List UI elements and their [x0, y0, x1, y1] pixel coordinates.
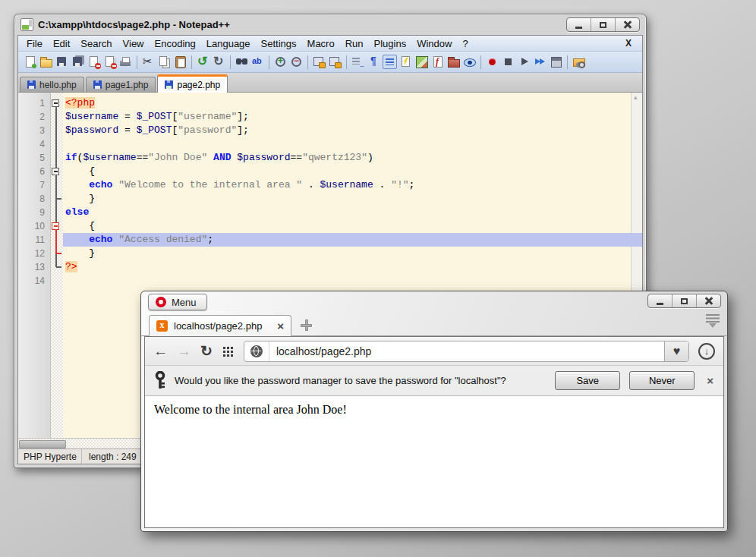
menu-item-encoding[interactable]: Encoding [150, 37, 201, 50]
close-icon[interactable] [87, 55, 101, 69]
line-number: 6 [18, 165, 50, 178]
doc-map-icon[interactable] [414, 55, 429, 69]
open-icon[interactable] [39, 55, 53, 69]
paste-icon[interactable] [173, 55, 187, 69]
code-text: { [63, 165, 642, 178]
line-number: 12 [18, 247, 50, 260]
editor-tab-page2.php[interactable]: page2.php [157, 74, 228, 93]
menu-item-run[interactable]: Run [340, 37, 369, 50]
opera-logo-icon [156, 297, 166, 307]
tab-close-button[interactable]: × [277, 320, 284, 332]
macro-play-icon[interactable] [517, 55, 531, 69]
fold-margin-cell[interactable] [50, 219, 63, 233]
macro-stop-icon[interactable] [501, 55, 515, 69]
undo-icon[interactable] [196, 55, 210, 69]
line-number: 3 [18, 124, 50, 137]
speed-dial-icon[interactable] [223, 347, 225, 349]
tab-menu-icon[interactable] [706, 314, 720, 332]
code-text: $password = $_POST["password"]; [63, 124, 642, 137]
save-icon[interactable] [55, 55, 69, 69]
minimize-button[interactable] [567, 18, 591, 31]
redo-icon[interactable] [212, 55, 226, 69]
replace-icon[interactable] [250, 55, 265, 69]
save-button[interactable]: Save [555, 371, 620, 390]
code-text [63, 274, 642, 288]
close-icon [704, 297, 713, 306]
word-wrap-icon[interactable] [383, 55, 397, 69]
line-number: 4 [18, 137, 50, 151]
menu-item-file[interactable]: File [21, 37, 48, 50]
fold-margin-cell [50, 192, 63, 206]
menu-item-settings[interactable]: Settings [256, 37, 302, 50]
copy-icon[interactable] [157, 55, 172, 69]
line-number: 8 [18, 192, 50, 206]
function-completion-icon[interactable] [398, 55, 413, 69]
reload-button[interactable] [200, 344, 213, 358]
editor-tab-page1.php[interactable]: page1.php [86, 77, 156, 92]
browser-tab[interactable]: localhost/page2.php × [149, 315, 291, 336]
save-all-icon[interactable] [71, 55, 85, 69]
menu-item-search[interactable]: Search [75, 37, 117, 50]
stacked-bars-icon [706, 314, 720, 316]
maximize-button[interactable] [672, 294, 696, 307]
sync-h-icon[interactable] [328, 55, 342, 69]
bookmark-heart-button[interactable] [664, 341, 688, 361]
menu-item-edit[interactable]: Edit [48, 37, 75, 50]
menu-item-view[interactable]: View [118, 37, 150, 50]
never-button[interactable]: Never [629, 371, 695, 390]
menu-item-macro[interactable]: Macro [302, 37, 340, 50]
find-icon[interactable] [235, 55, 249, 69]
site-badge[interactable] [244, 341, 269, 361]
fold-margin-cell[interactable] [50, 165, 63, 178]
close-all-icon[interactable] [102, 55, 117, 69]
maximize-button[interactable] [591, 18, 615, 31]
show-symbol-icon[interactable] [367, 55, 381, 69]
floppy-icon [27, 80, 36, 89]
close-button[interactable] [615, 18, 639, 31]
minimize-button[interactable] [648, 294, 672, 307]
zoom-out-icon[interactable] [289, 55, 304, 69]
editor-tab-hello.php[interactable]: hello.php [20, 77, 84, 92]
dismiss-bar-button[interactable]: × [707, 375, 713, 386]
new-tab-button[interactable] [301, 319, 312, 331]
function-list-icon[interactable] [430, 55, 445, 69]
view-eye-icon[interactable] [462, 55, 477, 69]
explorer-link-icon[interactable] [572, 55, 586, 69]
menu-item-window[interactable]: Window [411, 37, 457, 50]
macro-run-icon[interactable] [533, 55, 547, 69]
scrollbar-thumb[interactable] [19, 440, 66, 448]
fold-margin-cell [50, 178, 63, 192]
macro-save-icon[interactable] [549, 55, 563, 69]
close-icon [623, 20, 632, 30]
notepad-titlebar[interactable]: C:\xampp\htdocs\page2.php - Notepad++ [14, 14, 646, 35]
forward-button[interactable] [177, 344, 191, 358]
fold-margin-cell[interactable] [50, 96, 63, 110]
menu-item-plugins[interactable]: Plugins [369, 37, 412, 50]
macro-record-icon[interactable] [485, 55, 499, 69]
toolbar-separator [137, 55, 137, 69]
close-button[interactable] [696, 294, 720, 307]
menu-item-help[interactable]: ? [457, 37, 473, 50]
opera-menu-button[interactable]: Menu [148, 294, 207, 310]
address-bar[interactable]: localhost/page2.php [244, 341, 689, 362]
print-icon[interactable] [118, 55, 133, 69]
tab-label: page1.php [106, 80, 149, 90]
new-file-icon[interactable] [23, 55, 37, 69]
zoom-in-icon[interactable] [273, 55, 288, 69]
downloads-button[interactable] [698, 343, 715, 360]
back-button[interactable] [153, 344, 168, 358]
fold-margin-cell [50, 137, 63, 151]
cut-icon[interactable] [141, 55, 156, 69]
menu-item-language[interactable]: Language [201, 37, 256, 50]
code-text: } [63, 192, 642, 206]
tab-space-icon[interactable] [351, 55, 365, 69]
code-text: $username = $_POST["username"]; [63, 110, 642, 124]
toolbar-separator [480, 55, 481, 69]
browser-main-area: localhost/page2.php Would you like the p… [144, 336, 724, 528]
opera-titlebar[interactable]: Menu [141, 291, 727, 313]
opera-menu-label: Menu [172, 297, 197, 308]
url-text[interactable]: localhost/page2.php [269, 345, 664, 357]
folder-workspace-icon[interactable] [446, 55, 461, 69]
sync-v-icon[interactable] [312, 55, 326, 69]
close-document-button[interactable]: X [618, 38, 639, 49]
